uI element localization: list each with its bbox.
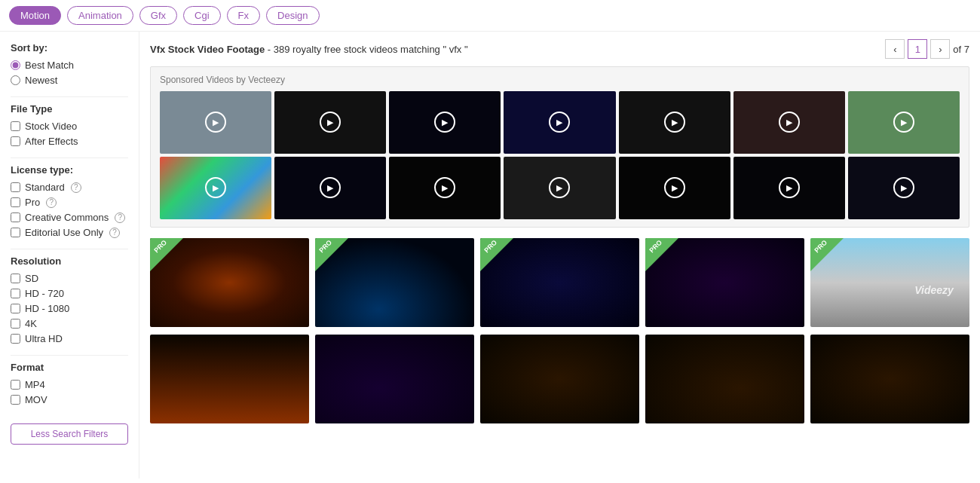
nav-btn-design[interactable]: Design [266, 6, 319, 25]
sponsored-thumb[interactable]: ▶ [389, 157, 501, 219]
format-option[interactable]: MP4 [11, 379, 128, 390]
sort-radio-group: Best Match Newest [11, 60, 128, 86]
file-type-label: File Type [11, 103, 128, 115]
sponsored-thumb[interactable]: ▶ [848, 157, 960, 219]
pro-grid-row1: PROPROPROPROPROVideezy [150, 238, 969, 327]
help-icon[interactable]: ? [115, 212, 125, 223]
sponsored-thumb[interactable]: ▶ [504, 91, 615, 154]
pro-grid-row2 [150, 335, 969, 423]
play-button[interactable]: ▶ [434, 177, 455, 198]
pro-thumb[interactable] [150, 335, 309, 423]
format-label: Format [11, 362, 128, 373]
license-option[interactable]: Pro? [11, 197, 128, 208]
pro-thumb[interactable]: PRO [315, 238, 474, 327]
play-button[interactable]: ▶ [205, 177, 226, 198]
play-button[interactable]: ▶ [205, 112, 226, 133]
format-group: MP4 MOV [11, 379, 128, 405]
sponsored-thumb[interactable]: ▶ [619, 91, 730, 154]
resolution-option[interactable]: SD [11, 273, 128, 284]
content-header: Vfx Stock Video Footage - 389 royalty fr… [150, 39, 969, 59]
resolution-label: Resolution [11, 255, 128, 267]
resolution-option[interactable]: HD - 1080 [11, 303, 128, 314]
play-button[interactable]: ▶ [664, 177, 685, 198]
sponsored-thumb[interactable]: ▶ [160, 157, 271, 219]
pro-thumb[interactable]: PRO [645, 238, 804, 327]
license-label: License type: [11, 164, 128, 176]
play-button[interactable]: ▶ [320, 112, 341, 133]
play-button[interactable]: ▶ [434, 112, 455, 133]
nav-btn-fx[interactable]: Fx [227, 6, 260, 25]
sponsored-thumb[interactable]: ▶ [733, 157, 845, 219]
nav-btn-motion[interactable]: Motion [9, 6, 61, 25]
resolution-group: SD HD - 720 HD - 1080 4K Ultra HD [11, 273, 128, 344]
sidebar: Sort by: Best Match Newest File Type Sto… [0, 32, 139, 478]
file-type-option[interactable]: After Effects [11, 136, 128, 147]
sponsored-thumb[interactable]: ▶ [733, 91, 845, 154]
sponsored-thumb[interactable]: ▶ [619, 157, 730, 219]
prev-page-button[interactable]: ‹ [885, 39, 905, 59]
sponsored-thumb[interactable]: ▶ [389, 91, 501, 154]
sponsored-thumb[interactable]: ▶ [160, 91, 271, 154]
resolution-option[interactable]: HD - 720 [11, 288, 128, 299]
file-type-option[interactable]: Stock Video [11, 121, 128, 132]
sort-by-label: Sort by: [11, 42, 128, 53]
sponsored-label: Sponsored Videos by Vecteezy [160, 75, 960, 85]
resolution-option[interactable]: 4K [11, 318, 128, 329]
pro-thumb[interactable]: PRO [150, 238, 309, 327]
sponsored-thumb[interactable]: ▶ [274, 157, 386, 219]
play-button[interactable]: ▶ [320, 177, 341, 198]
videezy-watermark: Videezy [914, 284, 954, 296]
play-button[interactable]: ▶ [549, 177, 570, 198]
pro-thumb[interactable]: PROVideezy [810, 238, 969, 327]
sort-option[interactable]: Best Match [11, 60, 128, 71]
sponsored-thumb[interactable]: ▶ [274, 91, 386, 154]
content-title: Vfx Stock Video Footage - 389 royalty fr… [150, 44, 468, 55]
content-area: Vfx Stock Video Footage - 389 royalty fr… [139, 32, 980, 478]
current-page: 1 [908, 39, 927, 59]
sort-option[interactable]: Newest [11, 75, 128, 86]
pro-thumb[interactable] [480, 335, 639, 423]
nav-btn-animation[interactable]: Animation [67, 6, 133, 25]
page-of-label: of 7 [953, 44, 969, 55]
play-button[interactable]: ▶ [549, 112, 570, 133]
license-group: Standard? Pro? Creative Commons? Editori… [11, 182, 128, 238]
help-icon[interactable]: ? [71, 182, 81, 193]
title-desc: - 389 royalty free stock videos matching… [265, 44, 467, 55]
pro-thumb[interactable] [315, 335, 474, 423]
help-icon[interactable]: ? [109, 228, 120, 238]
sponsored-box: Sponsored Videos by Vecteezy ▶▶▶▶▶▶▶▶▶▶▶… [150, 66, 969, 228]
sponsored-grid: ▶▶▶▶▶▶▶▶▶▶▶▶▶▶ [160, 91, 960, 219]
less-filters-button[interactable]: Less Search Filters [11, 423, 128, 445]
file-type-group: Stock Video After Effects [11, 121, 128, 147]
play-button[interactable]: ▶ [893, 112, 914, 133]
license-option[interactable]: Editorial Use Only? [11, 227, 128, 238]
pro-thumb[interactable] [810, 335, 969, 423]
play-button[interactable]: ▶ [779, 177, 800, 198]
pro-thumb[interactable]: PRO [480, 238, 639, 327]
resolution-option[interactable]: Ultra HD [11, 333, 128, 344]
top-nav: MotionAnimationGfxCgiFxDesign [0, 0, 980, 32]
nav-btn-cgi[interactable]: Cgi [183, 6, 221, 25]
license-option[interactable]: Creative Commons? [11, 212, 128, 223]
sponsored-thumb[interactable]: ▶ [504, 157, 615, 219]
play-button[interactable]: ▶ [664, 112, 685, 133]
title-main: Vfx Stock Video Footage [150, 44, 265, 55]
sponsored-thumb[interactable]: ▶ [848, 91, 960, 154]
play-button[interactable]: ▶ [779, 112, 800, 133]
format-option[interactable]: MOV [11, 394, 128, 405]
pro-thumb[interactable] [645, 335, 804, 423]
nav-btn-gfx[interactable]: Gfx [139, 6, 177, 25]
next-page-button[interactable]: › [930, 39, 950, 59]
license-option[interactable]: Standard? [11, 182, 128, 193]
help-icon[interactable]: ? [46, 197, 57, 208]
main-layout: Sort by: Best Match Newest File Type Sto… [0, 32, 980, 478]
pagination: ‹ 1 › of 7 [885, 39, 969, 59]
play-button[interactable]: ▶ [893, 177, 914, 198]
